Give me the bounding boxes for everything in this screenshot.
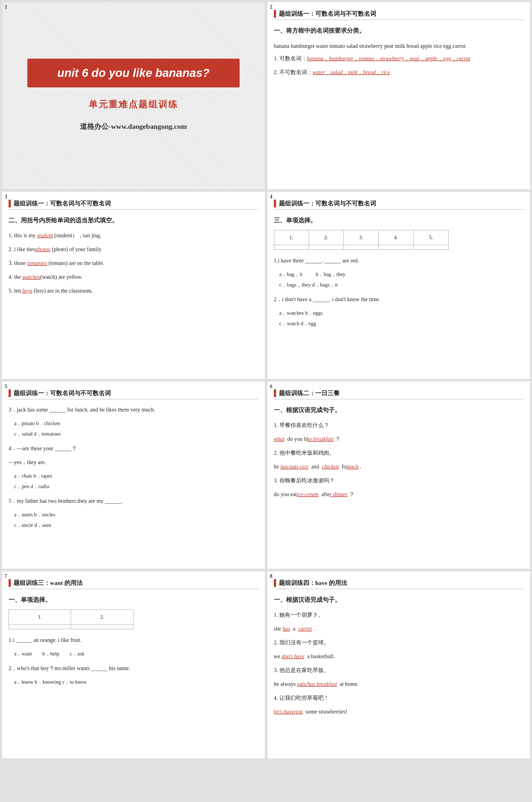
q5-5: 5．my father has two brothers.they are my… (8, 496, 259, 506)
ans-1-3: student (37, 232, 53, 238)
col-5: 5. (414, 230, 448, 245)
cell-4: 4 题组训练一：可数名词与不可数名词 三、单项选择。 1. 2. 3. 4. 5… (267, 192, 531, 379)
part-title-3: 二、用括号内所给单词的适当形式填空。 (8, 215, 259, 226)
cell-num-5: 5 (5, 384, 7, 389)
part-title-7: 一、单项选择。 (8, 594, 259, 606)
q4-ans1-8: let's have/eat (274, 709, 303, 715)
mc-table-4: 1. 2. 3. 4. 5. (274, 230, 449, 250)
q1-ans2-6: ke breakfast (307, 436, 334, 442)
opts2-7: a．know b．knowing c．to know (14, 677, 259, 687)
section-icon-6 (274, 389, 276, 397)
q3-5: 3．jack has some ______ for lunch. and he… (8, 404, 259, 415)
cell-num-8: 8 (270, 573, 272, 579)
fill-3-3: 3. those tomatoes (tomato) are on the ta… (8, 258, 259, 268)
content-7: 一、单项选择。 1. 2. 1.i ______ an orange. i li… (8, 594, 259, 687)
q1-2: 1. 可数名词：banana，hamburger，tomato，strawber… (274, 53, 524, 63)
col-4: 4. (379, 230, 414, 245)
section-title-7: 题组训练三：want 的用法 (14, 579, 83, 587)
content-8: 一、根据汉语完成句子。 1. 她有一个胡萝卜。 she has a carrot… (274, 594, 524, 717)
q2-2: 2. 不可数名词：water，salad，milk，bread，rice (274, 67, 524, 77)
ans-col-1 (274, 245, 309, 250)
q1-answer-2: banana，hamburger，tomato，strawberry，pear，… (307, 55, 470, 61)
q1-ans1-8: has (282, 625, 290, 632)
opts4-5: a．chair b．tapes c．pen d．radio (14, 471, 259, 492)
q2-ans1-6: has/eats rice (280, 463, 308, 470)
q1-cn-8: 1. 她有一个胡萝卜。 (274, 609, 524, 620)
content-2: 一、将方框中的名词按要求分类。 banana hamburger water t… (274, 25, 524, 77)
want-col-2: 2. (71, 609, 133, 624)
q1-cn-6: 1. 早餐你喜欢吃什么？ (274, 420, 524, 430)
cell-num-3: 3 (5, 194, 7, 200)
section-icon-8 (274, 579, 276, 587)
q3-ans1-6: ice-cream (297, 491, 319, 497)
q2-cn-6: 2. 他中餐吃米饭和鸡肉。 (274, 448, 524, 458)
cell-7: 7 题组训练三：want 的用法 一、单项选择。 1. 2. 1.i _____… (2, 571, 265, 759)
section-header-3: 题组训练一：可数名词与不可数名词 (8, 199, 259, 209)
q2-4: 2．i don't have a ______. i don't know th… (274, 294, 524, 305)
want-ans-2 (71, 624, 133, 629)
cell-8: 8 题组训练四：have 的用法 一、根据汉语完成句子。 1. 她有一个胡萝卜。… (267, 571, 531, 759)
q2-cn-8: 2. 我们没有一个篮球。 (274, 637, 524, 648)
col-1: 1. (274, 230, 309, 245)
ans-4-3: watches (22, 274, 40, 280)
opts1-4: a．bag，it b．bag，they c．bags，they d．bags，i… (280, 269, 524, 290)
q3-ans1-8: eats/has breakfast (297, 681, 337, 687)
q2-ans1-8: don't have (282, 653, 305, 659)
opts5-5: a．aunts b．uncles c．uncle d．aunt (14, 509, 259, 530)
fill-4-3: 4. the watches(watch) are yellow. (8, 272, 259, 282)
q2-8: we don't have a basketball. (274, 651, 524, 661)
section-icon-7 (8, 579, 11, 587)
section-header-4: 题组训练一：可数名词与不可数名词 (274, 199, 524, 209)
content-4: 三、单项选择。 1. 2. 3. 4. 5. 1.i hav (274, 215, 524, 329)
ans-5-3: boys (22, 288, 32, 294)
section-header-6: 题组训练二：一日三餐 (274, 389, 524, 399)
q1-4: 1.i have three ______. ______ are red. (274, 255, 524, 266)
section-header-8: 题组训练四：have 的用法 (274, 579, 524, 589)
q4-8: let's have/eat some strawberries! (274, 706, 524, 717)
cell-3: 3 题组训练一：可数名词与不可数名词 二、用括号内所给单词的适当形式填空。 1.… (2, 192, 265, 379)
q1-7: 1.i ______ an orange. i like fruit. (8, 635, 259, 645)
section-title-5: 题组训练一：可数名词与不可数名词 (14, 389, 111, 397)
cell-num-6: 6 (270, 384, 272, 389)
section-icon-2 (274, 10, 276, 18)
q1-8: she has a carrot . (274, 623, 524, 634)
section-title-4: 题组训练一：可数名词与不可数名词 (279, 199, 376, 208)
q2-label-2: 2. 不可数名词： (274, 69, 312, 75)
q3-cn-6: 3. 你晚餐后吃冰激凌吗？ (274, 475, 524, 486)
subtitle: 单元重难点题组训练 (89, 98, 178, 111)
cell-1: 1 unit 6 do you like bananas? 单元重难点题组训练 … (2, 2, 265, 190)
q4-5: 4．—are these your ______？ (8, 443, 259, 454)
cell-num-4: 4 (270, 194, 272, 200)
section-icon-5 (8, 389, 11, 397)
col-2: 2. (309, 230, 343, 245)
q2-answer-2: water，salad，milk，bread，rice (312, 69, 390, 75)
section-header-7: 题组训练三：want 的用法 (8, 579, 259, 589)
section-title-3: 题组训练一：可数名词与不可数名词 (14, 199, 111, 208)
part-title-2: 一、将方框中的名词按要求分类。 (274, 25, 524, 37)
website: 道格办公-www.daogebangong.com (80, 122, 187, 131)
fill-5-3: 5. ten boys (boy) are in the classroom. (8, 286, 259, 296)
ans-2-3: photos (36, 246, 50, 252)
q3-6: do you eatice-cream after dinner ？ (274, 489, 524, 499)
ans-3-3: tomatoes (27, 260, 47, 266)
part-title-4: 三、单项选择。 (274, 215, 524, 226)
cell-num-1: 1 (5, 4, 7, 10)
q3-ans2-6: r dinner (330, 491, 348, 497)
main-grid: 1 unit 6 do you like bananas? 单元重难点题组训练 … (0, 0, 532, 761)
q3-cn-8: 3. 他总是在家吃早饭。 (274, 665, 524, 675)
q1-ans2-8: carrot (298, 625, 312, 632)
col-3: 3. (344, 230, 379, 245)
q1-ans1-6: what (274, 436, 285, 442)
fill-1-3: 1. this is my student (student），tan jing… (8, 230, 259, 241)
fill-2-3: 2. i like thesphotos (photo) of your fam… (8, 244, 259, 254)
cell-num-2: 2 (270, 4, 272, 10)
q1-label-2: 1. 可数名词： (274, 55, 307, 61)
opts1-7: a．want b．help c．ask (14, 649, 259, 659)
content-6: 一、根据汉语完成句子。 1. 早餐你喜欢吃什么？ what do you lik… (274, 404, 524, 499)
want-col-1: 1. (9, 609, 71, 624)
q4-cn-8: 4. 让我们吃些草莓吧！ (274, 692, 524, 703)
q2-6: he has/eats rice and chicken folunch . (274, 461, 524, 472)
ans-col-2 (309, 245, 343, 250)
part-title-8: 一、根据汉语完成句子。 (274, 594, 524, 606)
ans-col-4 (379, 245, 414, 250)
